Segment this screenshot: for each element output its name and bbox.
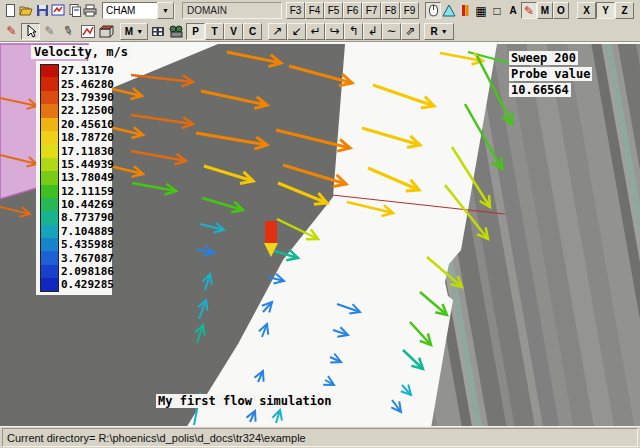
legend-value: 3.767087 <box>61 252 114 265</box>
r-dropdown-button[interactable]: R▼ <box>424 23 454 40</box>
legend-row: 3.767087 <box>40 251 112 264</box>
grid-toggle-button[interactable]: ▦ <box>473 2 489 19</box>
chart-icon <box>81 25 95 38</box>
open-file-button[interactable] <box>18 2 34 19</box>
chevron-down-icon[interactable]: ▼ <box>157 2 174 19</box>
legend-row: 0.429285 <box>40 278 112 291</box>
print-button[interactable] <box>82 2 98 19</box>
print-icon <box>83 4 97 17</box>
view-nav-button-2[interactable]: ↙ <box>287 23 306 40</box>
pressure-button[interactable]: P <box>186 23 205 40</box>
status-bar: Current directory= R:\phoenics\d_polis\d… <box>0 426 640 448</box>
pointer-tool-button[interactable] <box>21 23 40 40</box>
legend-row: 22.12500 <box>40 104 112 117</box>
view-nav-button-4[interactable]: ↪ <box>325 23 344 40</box>
box-3d-icon <box>99 24 114 38</box>
m-dropdown-button[interactable]: M▼ <box>120 23 148 40</box>
m-button[interactable]: M <box>537 2 553 19</box>
vr-viewport[interactable]: Velocity, m/s 27.1317025.4628023.7939022… <box>0 41 640 428</box>
legend-value: 15.44939 <box>61 158 114 171</box>
legend-value: 0.429285 <box>61 278 114 291</box>
save-button[interactable] <box>34 2 50 19</box>
f7-button[interactable]: F7 <box>362 2 381 19</box>
legend-swatch <box>40 238 59 251</box>
animation-button[interactable] <box>148 23 167 40</box>
new-document-icon <box>4 4 17 17</box>
outline-toggle-button[interactable]: □ <box>489 2 505 19</box>
f9-button[interactable]: F9 <box>400 2 419 19</box>
f5-button[interactable]: F5 <box>324 2 343 19</box>
f4-button[interactable]: F4 <box>305 2 324 19</box>
legend-swatch <box>40 144 59 157</box>
pen-tool-2-button[interactable]: ✎ <box>40 23 59 40</box>
contour-plot-icon <box>459 4 471 17</box>
view-nav-button-7[interactable]: ∼ <box>382 23 401 40</box>
probe-pen-icon: ✎ <box>524 5 534 17</box>
view-nav-button-3[interactable]: ↵ <box>306 23 325 40</box>
movie-button[interactable] <box>167 23 186 40</box>
legend-value: 5.435988 <box>61 238 114 251</box>
chevron-down-icon: ▼ <box>136 28 143 35</box>
arrow-uturn-icon: ↪ <box>329 25 339 37</box>
legend-value: 8.773790 <box>61 211 114 224</box>
view-nav-button-5[interactable]: ↰ <box>344 23 363 40</box>
open-folder-icon <box>19 4 33 17</box>
legend-rows: 27.1317025.4628023.7939022.1250020.45610… <box>40 64 112 292</box>
domain-field-value: DOMAIN <box>187 5 227 16</box>
axis-z-button[interactable]: Z <box>615 2 634 19</box>
cone-plot-button[interactable] <box>441 2 457 19</box>
text-tool-button[interactable]: A <box>505 2 521 19</box>
f8-button[interactable]: F8 <box>381 2 400 19</box>
legend-swatch <box>40 185 59 198</box>
grid-icon: ▦ <box>475 5 486 17</box>
new-document-button[interactable] <box>2 2 18 19</box>
f3-button[interactable]: F3 <box>286 2 305 19</box>
domain-field[interactable]: DOMAIN <box>182 2 282 19</box>
pen-tool-3-button[interactable]: ✎ <box>59 23 78 40</box>
view-nav-button-6[interactable]: ↲ <box>363 23 382 40</box>
film-icon <box>151 25 165 38</box>
legend-row: 23.79390 <box>40 91 112 104</box>
pencil-tool-button[interactable]: ✎ <box>2 23 21 40</box>
pencil-icon: ✎ <box>6 25 16 37</box>
legend-row: 17.11830 <box>40 144 112 157</box>
arrow-down-bend-icon: ↲ <box>367 25 377 37</box>
view-nav-button-8[interactable]: ⇗ <box>401 23 420 40</box>
velocity-legend: 27.1317025.4628023.7939022.1250020.45610… <box>36 61 112 295</box>
probe-tool-button[interactable]: ✎ <box>521 2 537 19</box>
legend-value: 27.13170 <box>61 64 114 77</box>
axis-x-button[interactable]: X <box>577 2 596 19</box>
legend-row: 27.13170 <box>40 64 112 77</box>
movie-camera-icon <box>169 25 184 38</box>
chart-tool-button[interactable] <box>78 23 97 40</box>
wave-icon: ∼ <box>386 25 396 37</box>
f6-button[interactable]: F6 <box>343 2 362 19</box>
copy-document-button[interactable] <box>66 2 82 19</box>
box-3d-button[interactable] <box>97 23 116 40</box>
legend-swatch <box>40 278 59 292</box>
o-button[interactable]: O <box>553 2 569 19</box>
sweep-counter: Sweep 200 <box>509 51 578 65</box>
legend-swatch <box>40 265 59 278</box>
legend-value: 17.11830 <box>61 145 114 158</box>
pointer-icon <box>24 24 37 38</box>
legend-swatch <box>40 91 59 104</box>
contour-button[interactable]: C <box>243 23 262 40</box>
legend-value: 18.78720 <box>61 131 114 144</box>
contour-plot-button[interactable] <box>457 2 473 19</box>
legend-swatch <box>40 211 59 224</box>
text-tool-icon: A <box>509 5 516 16</box>
toolbar-row-1: CHAM ▼ DOMAIN F3 F4 F5 F6 F7 F8 F9 ▦ □ A… <box>0 0 640 20</box>
graph-monitor-button[interactable] <box>50 2 66 19</box>
cham-combobox[interactable]: CHAM ▼ <box>102 2 175 19</box>
velocity-button[interactable]: V <box>224 23 243 40</box>
temperature-button[interactable]: T <box>205 23 224 40</box>
probe-marker[interactable] <box>265 221 277 243</box>
axis-y-button[interactable]: Y <box>596 2 615 19</box>
legend-row: 25.46280 <box>40 77 112 90</box>
legend-row: 13.78049 <box>40 171 112 184</box>
mouse-control-button[interactable] <box>425 2 441 19</box>
legend-row: 20.45610 <box>40 118 112 131</box>
graph-monitor-icon <box>51 4 65 17</box>
view-nav-button-1[interactable]: ↗ <box>268 23 287 40</box>
